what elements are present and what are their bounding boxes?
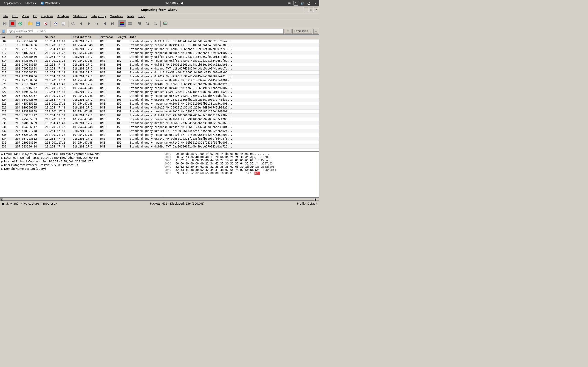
filter-bookmark-button[interactable] <box>1 29 6 34</box>
table-row[interactable]: 631206.054766117218.201.17.210.254.47.48… <box>0 125 319 129</box>
table-row[interactable]: 633206.532392989218.201.17.210.254.47.48… <box>0 133 319 137</box>
zoom-out-button[interactable] <box>144 20 151 27</box>
cell-len: 155 <box>115 117 128 121</box>
toolbar-separator-5 <box>135 21 135 27</box>
export-button[interactable]: ≡≡ <box>60 20 67 27</box>
coloring-rules-button-1[interactable] <box>119 20 126 27</box>
table-row[interactable]: 613200.77284854910.254.47.48218.201.17.2… <box>0 55 319 59</box>
power-icon[interactable]: ⏻ <box>306 1 311 6</box>
col-destination[interactable]: Destination <box>71 35 99 40</box>
packet-list-scrollbar[interactable] <box>2 198 314 200</box>
prev-packet-button[interactable] <box>78 20 85 27</box>
close-button[interactable]: ✕ <box>314 8 318 12</box>
zoom-in-button[interactable] <box>136 20 144 27</box>
detail-item[interactable]: ▶Internet Protocol Version 4, Src: 10.25… <box>0 160 162 163</box>
table-row[interactable]: 614200.843649244218.201.17.210.254.47.48… <box>0 59 319 63</box>
svg-marker-28 <box>111 22 113 25</box>
table-row[interactable]: 609199.72182420010.254.47.48218.201.17.2… <box>0 40 319 43</box>
capture-options-button[interactable] <box>17 20 24 27</box>
menu-view[interactable]: View <box>20 14 31 18</box>
packet-list-container[interactable]: No. Time Source Destination Protocol Len… <box>0 35 319 152</box>
detail-item[interactable]: ▶Domain Name System (query) <box>0 167 162 171</box>
table-row[interactable]: 615201.24625803510.254.47.48218.201.17.2… <box>0 63 319 67</box>
display-filter-input[interactable] <box>7 29 284 34</box>
maximize-button[interactable]: □ <box>309 8 313 12</box>
table-row[interactable]: 636207.52319641410.254.47.48218.201.17.2… <box>0 145 319 149</box>
find-button[interactable] <box>69 20 77 27</box>
col-time[interactable]: Time <box>14 35 44 40</box>
wireshark-menu[interactable]: W Wireshark ▾ <box>39 1 62 6</box>
reload-button[interactable] <box>52 20 59 27</box>
bottom-scrollbar[interactable]: ◀ ▶ <box>0 198 319 200</box>
restart-capture-button[interactable] <box>1 20 8 27</box>
close-file-button[interactable] <box>42 20 49 27</box>
first-packet-button[interactable] <box>101 20 108 27</box>
last-packet-button[interactable] <box>109 20 116 27</box>
next-icon <box>86 21 91 26</box>
detail-item[interactable]: ▶Frame 14: 108 bytes on wire (864 bits),… <box>0 152 162 156</box>
table-row[interactable]: 621203.357016137218.201.17.210.254.47.48… <box>0 86 319 90</box>
table-row[interactable]: 630205.97868328910.254.47.48218.201.17.2… <box>0 121 319 125</box>
table-row[interactable]: 627204.993898859218.201.17.210.254.47.48… <box>0 110 319 114</box>
cell-no: 626 <box>0 106 14 110</box>
open-file-button[interactable] <box>26 20 34 27</box>
menu-edit[interactable]: Edit <box>10 14 19 18</box>
menu-tools[interactable]: Tools <box>125 14 136 18</box>
applications-menu[interactable]: Applications ▾ <box>2 1 23 5</box>
places-menu[interactable]: Places ▾ <box>24 1 38 5</box>
menu-file[interactable]: File <box>1 14 10 18</box>
table-row[interactable]: 629205.475465763218.201.17.210.254.47.48… <box>0 117 319 121</box>
table-row[interactable]: 632206.45899175810.254.47.48218.201.17.2… <box>0 129 319 133</box>
menu-analyze[interactable]: Analyze <box>56 14 71 18</box>
menu-statistics[interactable]: Statistics <box>71 14 89 18</box>
scroll-left-btn[interactable]: ◀ <box>0 198 2 200</box>
next-packet-button[interactable] <box>85 20 93 27</box>
expression-button[interactable]: Expression... <box>292 29 312 34</box>
menu-wireless[interactable]: Wireless <box>108 14 124 18</box>
table-row[interactable]: 611200.20736793510.254.47.48218.201.17.2… <box>0 47 319 51</box>
table-row[interactable]: 624204.33494267910.254.47.48218.201.17.2… <box>0 98 319 102</box>
col-protocol[interactable]: Protocol <box>99 35 115 40</box>
minimize-button[interactable]: − <box>304 8 308 12</box>
table-row[interactable]: 617202.25323817310.254.47.48218.201.17.2… <box>0 71 319 75</box>
table-row[interactable]: 618202.80721995610.254.47.48218.201.17.2… <box>0 75 319 78</box>
return-button[interactable] <box>93 20 100 27</box>
table-row[interactable]: 625204.415785002218.201.17.210.254.47.48… <box>0 102 319 106</box>
volume-icon[interactable]: 🔊 <box>300 1 304 6</box>
cell-dst: 10.254.47.48 <box>71 141 99 145</box>
io-graph-button[interactable] <box>162 20 169 27</box>
detail-item[interactable]: ▶Ethernet II, Src: EdimaxTe_ed:14:d8 (80… <box>0 156 162 160</box>
add-filter-button[interactable]: + <box>313 29 318 34</box>
table-row[interactable]: 610199.803493706218.201.17.210.254.47.48… <box>0 43 319 47</box>
table-row[interactable]: 620203.28118944210.254.47.48218.201.17.2… <box>0 82 319 86</box>
menu-help[interactable]: Help <box>137 14 147 18</box>
filter-arrow-button[interactable]: ▼ <box>285 29 292 34</box>
detail-item[interactable]: ▶User Datagram Protocol, Src Port: 57288… <box>0 163 162 167</box>
col-length[interactable]: Length <box>115 35 128 40</box>
col-source[interactable]: Source <box>44 35 71 40</box>
table-row[interactable]: 626204.91919995510.254.47.48218.201.17.2… <box>0 106 319 110</box>
table-row[interactable]: 612200.318705611218.201.17.210.254.47.48… <box>0 51 319 55</box>
table-row[interactable]: 623203.932232137218.201.17.210.254.47.48… <box>0 94 319 98</box>
col-info[interactable]: Info <box>128 35 319 40</box>
zoom-reset-button[interactable]: 1:1 <box>152 20 159 27</box>
menu-telephony[interactable]: Telephony <box>89 14 108 18</box>
coloring-rules-button-2[interactable] <box>126 20 134 27</box>
table-row[interactable]: 622203.85948527410.254.47.48218.201.17.2… <box>0 90 319 94</box>
shutdown-icon[interactable]: ▾ <box>313 1 317 6</box>
cell-proto: DNS <box>99 137 115 141</box>
table-row[interactable]: 628205.40316122710.254.47.48218.201.17.2… <box>0 114 319 117</box>
menu-capture[interactable]: Capture <box>40 14 55 18</box>
table-row[interactable]: 635207.119908330218.201.17.210.254.47.48… <box>0 141 319 145</box>
hex-dump-pane[interactable]: 000000 5e 0b 8a 01 00 1f 02 ed 14 d8 08 … <box>163 152 319 197</box>
packet-detail-pane[interactable]: ▶Frame 14: 108 bytes on wire (864 bits),… <box>0 152 163 197</box>
table-row[interactable]: 634207.03722361210.254.47.48218.201.17.2… <box>0 137 319 141</box>
table-row[interactable]: 616201.79959265810.254.47.48218.201.17.2… <box>0 67 319 71</box>
grid-icon[interactable]: ⊞ <box>287 1 292 6</box>
stop-capture-button[interactable] <box>9 20 16 27</box>
col-no[interactable]: No. <box>0 35 14 40</box>
scroll-right-btn[interactable]: ▶ <box>315 198 316 200</box>
menu-go[interactable]: Go <box>31 14 39 18</box>
save-file-button[interactable] <box>34 20 42 27</box>
table-row[interactable]: 619202.877350704218.201.17.210.254.47.48… <box>0 78 319 82</box>
